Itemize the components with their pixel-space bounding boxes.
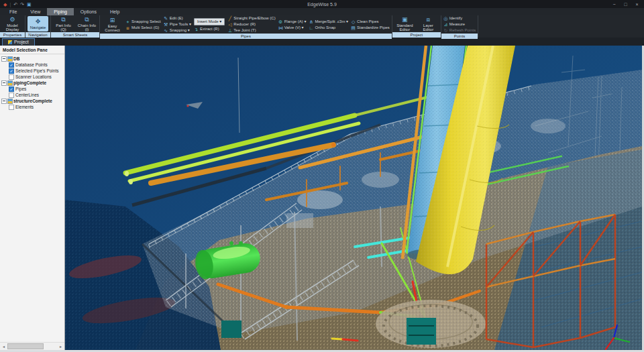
undo-icon[interactable]: ↶ (13, 2, 17, 7)
toolbar-separator: | (9, 2, 11, 7)
checkbox[interactable] (9, 86, 14, 92)
close-button[interactable]: × (631, 2, 643, 7)
model-group-icon (8, 57, 12, 61)
ribbon-group-navigation: ✥ Navigate Navigation (25, 15, 51, 38)
window-title: EdgeWise 5.9 (307, 2, 337, 7)
minimize-button[interactable]: − (608, 2, 620, 7)
maximize-button[interactable]: □ (620, 2, 631, 7)
ortho-snap-button[interactable]: ∟ Ortho Snap (309, 25, 348, 30)
extract-icon: ↴ (194, 27, 199, 32)
pipe-tools-icon: ⚒ (164, 22, 168, 27)
ribbon-group-smart-sheets: ⧉ Part Info (Q) ⧉ Chain Info (I) Smart S… (51, 15, 100, 38)
checkbox[interactable] (9, 68, 14, 74)
edit-icon: ✎ (164, 16, 168, 21)
checkbox[interactable] (9, 93, 14, 98)
tab-project[interactable]: Project (2, 38, 35, 46)
merge-split-icon: ⋔ (309, 19, 313, 24)
clean-pipes-button[interactable]: ◇ Clean Pipes (351, 19, 390, 24)
merge-split-button[interactable]: ⋔ Merge/Split .c3m ▾ (309, 19, 348, 24)
scrollbar-thumb[interactable] (7, 343, 44, 349)
panel-title: Model Selection Pane (0, 46, 64, 54)
insert-mode-dropdown[interactable]: Insert Mode ▾ (194, 18, 225, 25)
tree-item-scanner-locations[interactable]: Scanner Locations (1, 74, 64, 80)
ribbon: ⚙ Model Display Properties ✥ Navigate Na… (0, 15, 644, 38)
reducer-icon: ◁ (227, 22, 232, 27)
extract-button[interactable]: ↴ Extract (R) (194, 27, 225, 32)
standardize-pipes-icon: ▤ (351, 25, 356, 30)
snapping-button[interactable]: ∿ Snapping ▾ (164, 28, 191, 33)
group-label-navigation: Navigation (25, 32, 50, 38)
snapping-select-button[interactable]: ⌖ Snapping Select (125, 19, 161, 24)
snapping-select-icon: ⌖ (125, 19, 130, 24)
measure-icon: ⊿ (443, 22, 448, 27)
viewport-3d[interactable] (65, 46, 644, 350)
measure-button[interactable]: ⊿ Measure (443, 22, 476, 27)
collapse-icon[interactable] (1, 99, 7, 104)
tree-group-piping-complete[interactable]: pipingComplete (1, 80, 64, 86)
ribbon-group-points: ◎ Identify ⊿ Measure ↻ Refresh Points Po… (441, 15, 478, 38)
model-selection-pane: Model Selection Pane DB Database Points … (0, 46, 65, 350)
tee-joint-icon: ⊥ (227, 28, 232, 33)
chain-info-icon: ⧉ (85, 17, 89, 23)
tree-item-database-points[interactable]: Database Points (1, 62, 64, 68)
identify-icon: ◎ (443, 16, 448, 21)
standardize-pipes-button[interactable]: ▤ Standardize Pipes (351, 25, 390, 30)
layer-editor-button[interactable]: ⧈ Layer Editor (418, 16, 439, 32)
tab-view[interactable]: View (23, 8, 47, 15)
ribbon-group-properties: ⚙ Model Display Properties (0, 15, 25, 38)
navigate-button[interactable]: ✥ Navigate (28, 16, 48, 32)
checkbox[interactable] (9, 105, 14, 110)
flange-icon: ⊚ (278, 19, 283, 24)
tree-group-structure-complete[interactable]: structureComplete (1, 98, 64, 104)
scroll-right-icon[interactable]: ▸ (58, 344, 64, 349)
model-group-icon (8, 81, 12, 85)
pipe-tools-button[interactable]: ⚒ Pipe Tools ▾ (164, 22, 191, 27)
part-info-icon: ⧉ (61, 17, 65, 23)
model-group-icon (8, 99, 12, 103)
snapping-icon: ∿ (164, 28, 168, 33)
tree-group-db[interactable]: DB (1, 56, 64, 62)
ribbon-group-project: ▣ Standard Editor ⧈ Layer Editor Project (392, 15, 441, 38)
standard-editor-button[interactable]: ▣ Standard Editor (394, 16, 415, 32)
valve-button[interactable]: ⋈ Valve (V) ▾ (278, 25, 307, 30)
tab-help[interactable]: Help (103, 8, 126, 15)
identify-button[interactable]: ◎ Identify (443, 16, 476, 21)
save-icon[interactable]: ▣ (27, 2, 32, 7)
reducer-button[interactable]: ◁ Reducer (R) (227, 22, 275, 27)
group-label-properties: Properties (0, 32, 25, 38)
tree-item-selected-pipes-points[interactable]: Selected Pipe's Points (1, 68, 64, 74)
multi-select-button[interactable]: ⧈ Multi Select (G) (125, 25, 161, 30)
checkbox[interactable] (9, 62, 14, 68)
model-display-button[interactable]: ⚙ Model Display (2, 16, 23, 32)
tree-item-pipes[interactable]: Pipes (1, 86, 64, 92)
easy-connect-button[interactable]: ⊞ Easy Connect (102, 17, 123, 32)
tree-item-centerlines[interactable]: CenterLines (1, 92, 64, 98)
refresh-points-icon: ↻ (443, 28, 448, 33)
navigate-icon: ✥ (36, 19, 41, 25)
scroll-left-icon[interactable]: ◂ (1, 344, 7, 349)
model-tree: DB Database Points Selected Pipe's Point… (0, 54, 64, 110)
clean-pipes-icon: ◇ (351, 19, 356, 24)
tree-item-elements[interactable]: Elements (1, 104, 64, 110)
tab-file[interactable]: File (3, 8, 23, 15)
edit-button[interactable]: ✎ Edit (E) (164, 16, 191, 21)
straight-pipe-elbow-button[interactable]: ╱ Straight Pipe/Elbow (C) (227, 16, 275, 21)
checkbox[interactable] (9, 74, 14, 80)
redo-icon[interactable]: ↷ (20, 2, 24, 7)
layer-editor-icon: ⧈ (426, 17, 430, 23)
project-tab-icon (8, 40, 12, 44)
chain-info-button[interactable]: ⧉ Chain Info (I) (76, 16, 97, 32)
collapse-icon[interactable] (1, 56, 7, 62)
model-display-icon: ⚙ (9, 17, 15, 23)
tab-options[interactable]: Options (74, 8, 103, 15)
collapse-icon[interactable] (1, 80, 7, 86)
viewport-3d-scene[interactable] (65, 46, 642, 350)
tab-piping[interactable]: Piping (47, 8, 73, 15)
flange-button[interactable]: ⊚ Flange (A) ▾ (278, 19, 307, 24)
panel-horizontal-scrollbar[interactable]: ◂ ▸ (0, 342, 64, 350)
part-info-button[interactable]: ⧉ Part Info (Q) (53, 16, 74, 32)
group-label-points: Points (441, 34, 478, 39)
tee-joint-button[interactable]: ⊥ Tee Joint (T) (227, 28, 275, 33)
group-label-smart-sheets: Smart Sheets (51, 32, 99, 38)
app-icon: ◆ (3, 2, 7, 7)
